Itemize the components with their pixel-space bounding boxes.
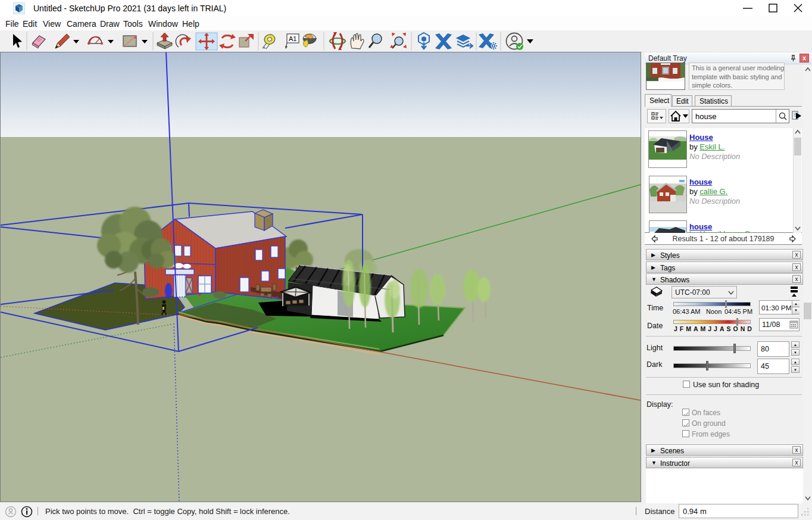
svg-text:A1: A1 [289, 35, 296, 42]
